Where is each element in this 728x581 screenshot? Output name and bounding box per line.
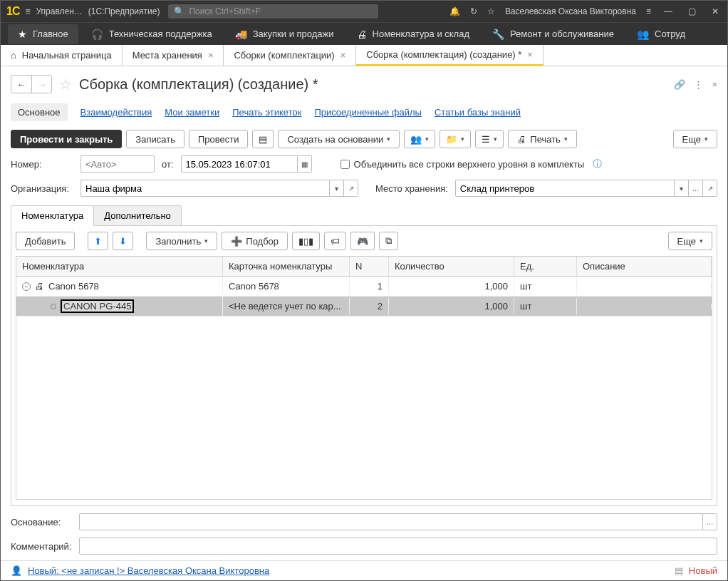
col-desc[interactable]: Описание: [577, 257, 712, 276]
menu-main[interactable]: ★Главное: [8, 24, 78, 44]
barcode-button[interactable]: ▮▯▮: [292, 232, 320, 250]
close-icon[interactable]: ×: [340, 50, 346, 61]
close-window-button[interactable]: ✕: [709, 5, 722, 18]
table-row[interactable]: − 🖨 Canon 5678 Canon 5678 1 1,000 шт: [16, 277, 712, 297]
favorite-star-icon[interactable]: ☆: [59, 76, 72, 93]
add-row-button[interactable]: Добавить: [16, 232, 75, 250]
storage-input[interactable]: [455, 180, 675, 197]
cmd-notes[interactable]: Мои заметки: [165, 107, 219, 118]
dropdown-button[interactable]: ▾: [675, 180, 689, 197]
kebab-menu-icon[interactable]: ⋮: [694, 79, 703, 90]
menu-purchases[interactable]: 🚚Закупки и продажи: [225, 24, 344, 44]
post-button[interactable]: Провести: [189, 130, 249, 148]
truck-icon: 🚚: [235, 29, 247, 40]
status-link[interactable]: Новый: <не записан !> Васелевская Оксана…: [28, 565, 269, 576]
link-icon[interactable]: 🔗: [674, 79, 685, 90]
table-row[interactable]: CANON PG-445 <Не ведется учет по кар... …: [16, 297, 712, 317]
create-based-on-button[interactable]: Создать на основании▾: [278, 130, 400, 148]
close-icon[interactable]: ×: [208, 50, 214, 61]
history-icon[interactable]: ↻: [470, 6, 477, 16]
current-user[interactable]: Васелевская Оксана Викторовна: [505, 6, 636, 16]
date-input[interactable]: [181, 155, 298, 173]
list-button[interactable]: ☰▾: [475, 130, 504, 148]
status-state: Новый: [689, 565, 717, 576]
menu-repair[interactable]: 🔧Ремонт и обслуживание: [482, 24, 624, 44]
fill-button[interactable]: Заполнить▾: [146, 232, 217, 250]
printer-icon: 🖨: [35, 281, 44, 292]
close-doc-icon[interactable]: ×: [712, 79, 717, 90]
open-ref-button[interactable]: ↗: [703, 180, 717, 197]
move-down-button[interactable]: ⬇: [113, 232, 133, 250]
user-menu-caret-icon[interactable]: ≡: [646, 6, 651, 16]
subtab-extra[interactable]: Дополнительно: [93, 205, 182, 225]
tab-label: Начальная страница: [22, 50, 112, 61]
menu-label: Сотруд: [655, 29, 685, 39]
dropdown-button[interactable]: ▾: [330, 180, 344, 197]
hamburger-icon[interactable]: ≡: [25, 6, 30, 16]
global-search[interactable]: 🔍 Поиск Ctrl+Shift+F: [168, 4, 378, 19]
close-icon[interactable]: ×: [527, 49, 533, 60]
doc-structure-button[interactable]: ▤: [252, 130, 274, 148]
save-button[interactable]: Записать: [126, 130, 184, 148]
tab-assemblies-list[interactable]: Сборки (комплектации) ×: [224, 45, 356, 66]
basis-input[interactable]: [79, 513, 703, 530]
cmd-attached-files[interactable]: Присоединенные файлы: [314, 107, 422, 118]
calendar-icon: ▦: [301, 160, 308, 168]
table-more-button[interactable]: Еще▾: [668, 232, 712, 250]
ellipsis-button[interactable]: …: [689, 180, 703, 197]
doc-toolbar: Провести и закрыть Записать Провести ▤ С…: [11, 130, 717, 148]
number-label: Номер:: [11, 159, 73, 170]
folder-button[interactable]: 📁▾: [440, 130, 471, 148]
cmd-kb-articles[interactable]: Статьи базы знаний: [435, 107, 521, 118]
menu-staff[interactable]: 👥Сотруд: [627, 24, 695, 44]
bell-icon[interactable]: 🔔: [449, 6, 460, 16]
tag-button[interactable]: 🏷: [324, 232, 346, 250]
cmd-interactions[interactable]: Взаимодействия: [80, 107, 152, 118]
from-label: от:: [162, 159, 174, 170]
calendar-button[interactable]: ▦: [298, 155, 312, 173]
table-panel: Добавить ⬆ ⬇ Заполнить▾ ➕Подбор ▮▯▮ 🏷 🎮 …: [11, 226, 717, 506]
nav-forward-button[interactable]: →: [31, 76, 51, 93]
menu-support[interactable]: 🎧Техническая поддержка: [81, 24, 222, 44]
tab-label: Места хранения: [132, 50, 202, 61]
tree-button[interactable]: ⧉: [379, 232, 398, 250]
print-button[interactable]: 🖨Печать▾: [508, 130, 577, 148]
caret-down-icon: ▾: [335, 185, 338, 192]
more-button[interactable]: Еще▾: [673, 130, 717, 148]
maximize-button[interactable]: ▢: [685, 5, 699, 18]
org-input[interactable]: [80, 180, 330, 197]
tab-assembly-create[interactable]: Сборка (комплектация) (создание) * ×: [356, 45, 544, 66]
open-ref-button[interactable]: ↗: [344, 180, 358, 197]
number-input[interactable]: [80, 155, 155, 173]
nav-back-button[interactable]: ←: [11, 76, 31, 93]
platform-label: (1С:Предприятие): [88, 6, 160, 16]
col-nomenclature[interactable]: Номенклатура: [16, 257, 223, 276]
tab-storage-places[interactable]: Места хранения ×: [123, 45, 224, 66]
collapse-icon[interactable]: −: [22, 282, 31, 291]
gamepad-button[interactable]: 🎮: [350, 232, 375, 250]
menu-nomenclature[interactable]: 🖨Номенклатура и склад: [347, 24, 479, 44]
cmd-main[interactable]: Основное: [11, 103, 68, 121]
col-unit[interactable]: Ед.: [514, 257, 577, 276]
grid-body[interactable]: − 🖨 Canon 5678 Canon 5678 1 1,000 шт: [16, 277, 712, 499]
col-card[interactable]: Карточка номенклатуры: [223, 257, 350, 276]
cell-name[interactable]: CANON PG-445: [61, 299, 134, 313]
ellipsis-button[interactable]: …: [703, 513, 717, 530]
pick-button[interactable]: ➕Подбор: [222, 232, 288, 250]
cmd-print-labels[interactable]: Печать этикеток: [232, 107, 301, 118]
users-button[interactable]: 👥▾: [404, 130, 435, 148]
move-up-button[interactable]: ⬆: [88, 232, 108, 250]
combine-checkbox[interactable]: [340, 160, 350, 169]
minimize-button[interactable]: —: [661, 5, 675, 18]
col-n[interactable]: N: [350, 257, 389, 276]
comment-input[interactable]: [79, 538, 717, 555]
document-title: Сборка (комплектация) (создание) *: [79, 76, 667, 93]
col-qty[interactable]: Количество: [389, 257, 514, 276]
tab-home[interactable]: ⌂ Начальная страница: [1, 45, 123, 66]
gamepad-icon: 🎮: [357, 236, 368, 247]
info-icon[interactable]: ⓘ: [593, 158, 602, 170]
post-and-close-button[interactable]: Провести и закрыть: [11, 130, 122, 148]
star-icon[interactable]: ☆: [487, 6, 495, 16]
btn-label: Печать: [530, 134, 561, 145]
subtab-nomenclature[interactable]: Номенклатура: [11, 205, 94, 225]
